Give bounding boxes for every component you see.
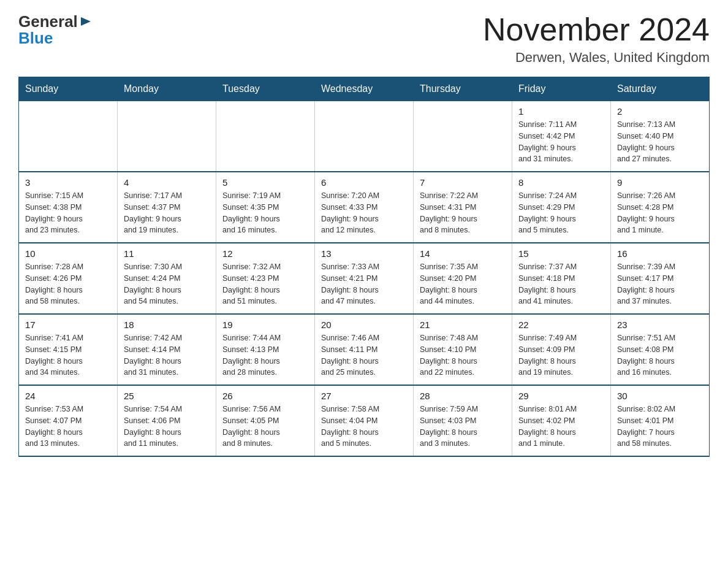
day-info: Sunrise: 7:26 AMSunset: 4:28 PMDaylight:… — [617, 190, 703, 236]
day-info: Sunrise: 8:02 AMSunset: 4:01 PMDaylight:… — [617, 404, 703, 450]
weekday-header-row: SundayMondayTuesdayWednesdayThursdayFrid… — [19, 77, 710, 101]
calendar-week-row: 3Sunrise: 7:15 AMSunset: 4:38 PMDaylight… — [19, 172, 710, 243]
calendar-cell: 20Sunrise: 7:46 AMSunset: 4:11 PMDayligh… — [315, 314, 414, 385]
day-info: Sunrise: 7:19 AMSunset: 4:35 PMDaylight:… — [222, 190, 308, 236]
weekday-header-thursday: Thursday — [414, 77, 512, 101]
calendar-cell: 29Sunrise: 8:01 AMSunset: 4:02 PMDayligh… — [512, 385, 611, 456]
day-number: 18 — [124, 320, 210, 330]
day-number: 13 — [321, 248, 407, 259]
day-number: 27 — [321, 391, 407, 401]
title-area: November 2024 Derwen, Wales, United King… — [483, 12, 710, 66]
logo-arrow-icon — [80, 15, 93, 28]
day-number: 15 — [518, 248, 604, 259]
day-info: Sunrise: 7:30 AMSunset: 4:24 PMDaylight:… — [124, 261, 210, 307]
calendar-cell: 26Sunrise: 7:56 AMSunset: 4:05 PMDayligh… — [216, 385, 315, 456]
day-info: Sunrise: 7:24 AMSunset: 4:29 PMDaylight:… — [518, 190, 604, 236]
calendar-cell: 15Sunrise: 7:37 AMSunset: 4:18 PMDayligh… — [512, 243, 611, 314]
svg-marker-0 — [81, 17, 91, 26]
day-number: 8 — [518, 177, 604, 188]
calendar-cell: 5Sunrise: 7:19 AMSunset: 4:35 PMDaylight… — [216, 172, 315, 243]
calendar-cell: 7Sunrise: 7:22 AMSunset: 4:31 PMDaylight… — [414, 172, 512, 243]
calendar-cell: 10Sunrise: 7:28 AMSunset: 4:26 PMDayligh… — [19, 243, 118, 314]
day-number: 12 — [222, 248, 308, 259]
day-info: Sunrise: 7:20 AMSunset: 4:33 PMDaylight:… — [321, 190, 407, 236]
day-info: Sunrise: 7:22 AMSunset: 4:31 PMDaylight:… — [420, 190, 506, 236]
day-info: Sunrise: 7:32 AMSunset: 4:23 PMDaylight:… — [222, 261, 308, 307]
calendar-cell: 27Sunrise: 7:58 AMSunset: 4:04 PMDayligh… — [315, 385, 414, 456]
day-number: 3 — [25, 177, 111, 188]
weekday-header-wednesday: Wednesday — [315, 77, 414, 101]
calendar-cell: 2Sunrise: 7:13 AMSunset: 4:40 PMDaylight… — [611, 101, 710, 172]
day-number: 4 — [124, 177, 210, 188]
calendar-week-row: 17Sunrise: 7:41 AMSunset: 4:15 PMDayligh… — [19, 314, 710, 385]
calendar-week-row: 24Sunrise: 7:53 AMSunset: 4:07 PMDayligh… — [19, 385, 710, 456]
calendar-cell: 28Sunrise: 7:59 AMSunset: 4:03 PMDayligh… — [414, 385, 512, 456]
day-number: 1 — [518, 106, 604, 117]
day-info: Sunrise: 7:58 AMSunset: 4:04 PMDaylight:… — [321, 404, 407, 450]
logo-blue-text: Blue — [18, 29, 53, 48]
day-info: Sunrise: 7:49 AMSunset: 4:09 PMDaylight:… — [518, 332, 604, 378]
day-number: 23 — [617, 320, 703, 330]
day-info: Sunrise: 7:28 AMSunset: 4:26 PMDaylight:… — [25, 261, 111, 307]
calendar-cell: 21Sunrise: 7:48 AMSunset: 4:10 PMDayligh… — [414, 314, 512, 385]
day-info: Sunrise: 7:51 AMSunset: 4:08 PMDaylight:… — [617, 332, 703, 378]
calendar-cell: 14Sunrise: 7:35 AMSunset: 4:20 PMDayligh… — [414, 243, 512, 314]
weekday-header-saturday: Saturday — [611, 77, 710, 101]
calendar-cell — [315, 101, 414, 172]
day-number: 30 — [617, 391, 703, 401]
calendar-cell: 11Sunrise: 7:30 AMSunset: 4:24 PMDayligh… — [118, 243, 216, 314]
calendar-cell: 13Sunrise: 7:33 AMSunset: 4:21 PMDayligh… — [315, 243, 414, 314]
calendar-cell — [118, 101, 216, 172]
calendar-cell — [216, 101, 315, 172]
calendar-cell: 4Sunrise: 7:17 AMSunset: 4:37 PMDaylight… — [118, 172, 216, 243]
day-number: 24 — [25, 391, 111, 401]
calendar-cell: 1Sunrise: 7:11 AMSunset: 4:42 PMDaylight… — [512, 101, 611, 172]
calendar-cell: 8Sunrise: 7:24 AMSunset: 4:29 PMDaylight… — [512, 172, 611, 243]
calendar-table: SundayMondayTuesdayWednesdayThursdayFrid… — [18, 77, 710, 457]
day-number: 17 — [25, 320, 111, 330]
day-number: 22 — [518, 320, 604, 330]
day-info: Sunrise: 7:56 AMSunset: 4:05 PMDaylight:… — [222, 404, 308, 450]
day-number: 29 — [518, 391, 604, 401]
day-info: Sunrise: 7:15 AMSunset: 4:38 PMDaylight:… — [25, 190, 111, 236]
calendar-cell: 18Sunrise: 7:42 AMSunset: 4:14 PMDayligh… — [118, 314, 216, 385]
day-number: 20 — [321, 320, 407, 330]
day-info: Sunrise: 7:37 AMSunset: 4:18 PMDaylight:… — [518, 261, 604, 307]
day-number: 14 — [420, 248, 506, 259]
calendar-week-row: 1Sunrise: 7:11 AMSunset: 4:42 PMDaylight… — [19, 101, 710, 172]
day-number: 7 — [420, 177, 506, 188]
calendar-week-row: 10Sunrise: 7:28 AMSunset: 4:26 PMDayligh… — [19, 243, 710, 314]
day-info: Sunrise: 7:39 AMSunset: 4:17 PMDaylight:… — [617, 261, 703, 307]
weekday-header-monday: Monday — [118, 77, 216, 101]
calendar-cell: 25Sunrise: 7:54 AMSunset: 4:06 PMDayligh… — [118, 385, 216, 456]
day-info: Sunrise: 7:48 AMSunset: 4:10 PMDaylight:… — [420, 332, 506, 378]
day-number: 26 — [222, 391, 308, 401]
day-info: Sunrise: 8:01 AMSunset: 4:02 PMDaylight:… — [518, 404, 604, 450]
calendar-cell: 3Sunrise: 7:15 AMSunset: 4:38 PMDaylight… — [19, 172, 118, 243]
day-number: 10 — [25, 248, 111, 259]
day-number: 16 — [617, 248, 703, 259]
day-info: Sunrise: 7:44 AMSunset: 4:13 PMDaylight:… — [222, 332, 308, 378]
day-number: 2 — [617, 106, 703, 117]
calendar-cell: 23Sunrise: 7:51 AMSunset: 4:08 PMDayligh… — [611, 314, 710, 385]
day-number: 5 — [222, 177, 308, 188]
day-number: 21 — [420, 320, 506, 330]
calendar-cell: 12Sunrise: 7:32 AMSunset: 4:23 PMDayligh… — [216, 243, 315, 314]
header: General Blue November 2024 Derwen, Wales… — [18, 12, 710, 66]
day-info: Sunrise: 7:53 AMSunset: 4:07 PMDaylight:… — [25, 404, 111, 450]
calendar-cell: 22Sunrise: 7:49 AMSunset: 4:09 PMDayligh… — [512, 314, 611, 385]
day-info: Sunrise: 7:41 AMSunset: 4:15 PMDaylight:… — [25, 332, 111, 378]
day-number: 19 — [222, 320, 308, 330]
calendar-cell: 9Sunrise: 7:26 AMSunset: 4:28 PMDaylight… — [611, 172, 710, 243]
calendar-cell: 30Sunrise: 8:02 AMSunset: 4:01 PMDayligh… — [611, 385, 710, 456]
day-info: Sunrise: 7:11 AMSunset: 4:42 PMDaylight:… — [518, 119, 604, 165]
day-info: Sunrise: 7:46 AMSunset: 4:11 PMDaylight:… — [321, 332, 407, 378]
day-number: 28 — [420, 391, 506, 401]
day-info: Sunrise: 7:59 AMSunset: 4:03 PMDaylight:… — [420, 404, 506, 450]
day-info: Sunrise: 7:42 AMSunset: 4:14 PMDaylight:… — [124, 332, 210, 378]
calendar-cell — [19, 101, 118, 172]
calendar-cell: 17Sunrise: 7:41 AMSunset: 4:15 PMDayligh… — [19, 314, 118, 385]
calendar-cell: 6Sunrise: 7:20 AMSunset: 4:33 PMDaylight… — [315, 172, 414, 243]
day-info: Sunrise: 7:13 AMSunset: 4:40 PMDaylight:… — [617, 119, 703, 165]
calendar-cell: 19Sunrise: 7:44 AMSunset: 4:13 PMDayligh… — [216, 314, 315, 385]
